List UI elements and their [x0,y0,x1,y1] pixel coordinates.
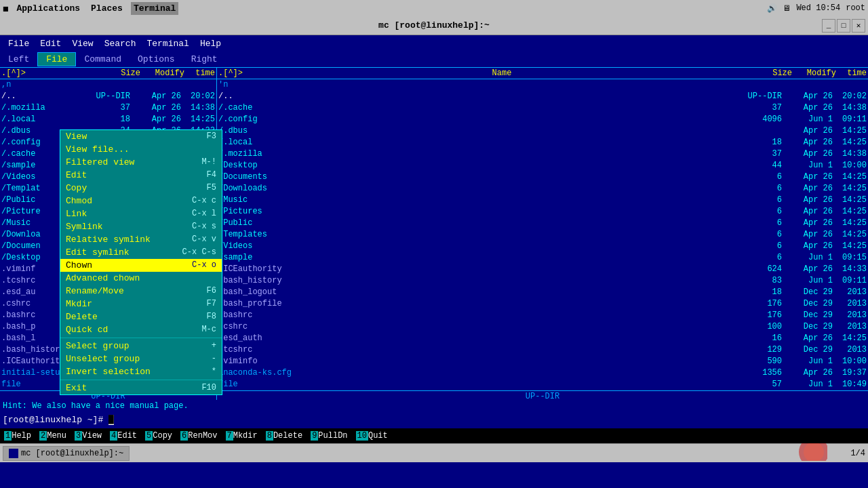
cursor-block: █ [108,415,114,425]
list-item[interactable]: /Pictures6Apr 2614:25 [217,206,868,218]
tab-options[interactable]: Options [130,53,183,66]
fkey-4[interactable]: 4Edit [106,430,141,442]
list-item[interactable]: .bash_profile176Dec 292013 [217,298,868,310]
right-header-time: time [836,68,867,78]
list-item[interactable]: /Desktop44Jun 110:00 [217,160,868,171]
list-item[interactable]: /.cache37Apr 2614:38 [217,102,868,114]
list-item[interactable]: .bash_logout18Dec 292013 [217,287,868,298]
close-button[interactable]: ✕ [852,19,865,33]
menu-item-exit[interactable]: ExitF10 [60,382,222,394]
svg-point-1 [804,443,824,461]
menu-file[interactable]: File [3,37,35,50]
cmd-prompt: [root@linuxhelp ~]# [3,415,108,425]
fkey-9[interactable]: 9PullDn [307,430,351,442]
volume-icon[interactable]: 🔊 [767,3,777,14]
tab-right[interactable]: Right [183,53,226,66]
menu-search[interactable]: Search [99,37,142,50]
command-line[interactable]: [root@linuxhelp ~]# █ [0,413,868,428]
list-item[interactable]: /Music6Apr 2614:25 [217,195,868,206]
menu-item-copy[interactable]: CopyF5 [60,182,222,195]
right-header-size: Size [751,68,792,78]
minimize-button[interactable]: _ [822,19,835,33]
menu-help[interactable]: Help [195,37,226,50]
menu-item-edit[interactable]: EditF4 [60,169,222,182]
right-header-bracket: .[^]> [218,68,252,78]
list-item[interactable]: .cshrc100Dec 292013 [217,321,868,333]
list-item[interactable]: anaconda-ks.cfg1356Apr 2619:37 [217,367,868,379]
list-item[interactable]: /.dbusApr 2614:25 [217,125,868,137]
menu-item-advanced-chown[interactable]: Advanced chown [60,272,222,285]
fkey-7[interactable]: 7Mkdir [222,430,262,442]
list-item[interactable]: /..UP--DIRApr 2620:02 [217,91,868,102]
list-item[interactable]: /.local18Apr 2614:25 [0,114,216,125]
datetime-display: Wed 10:54 [796,3,840,13]
fkey-bar: 1Help2Menu3View4Edit5Copy6RenMov7Mkdir8D… [0,428,868,443]
menu-edit[interactable]: Edit [35,37,66,50]
menu-item-relative-symlink[interactable]: Relative symlinkC-x v [60,233,222,246]
menu-bar: File Edit View Search Terminal Help [0,35,868,52]
fkey-1[interactable]: 1Help [0,430,35,442]
menu-item-select-group[interactable]: Select group+ [60,340,222,352]
menu-item-chmod[interactable]: ChmodC-x c [60,195,222,207]
list-item[interactable]: /Documents6Apr 2614:25 [217,171,868,183]
menu-item-view[interactable]: ViewF3 [60,130,222,143]
fkey-10[interactable]: 10Quit [352,430,392,442]
menu-item-invert-selection[interactable]: Invert selection* [60,365,222,378]
menu-item-symlink[interactable]: SymlinkC-x s [60,220,222,233]
left-panel-header: .[^]> Size Modify time [0,68,216,79]
menu-item-filtered-view[interactable]: Filtered viewM-! [60,156,222,169]
applications-menu[interactable]: Applications [14,2,83,15]
window-title: mc [root@linuxhelp]:~ [378,20,490,30]
hint-bar: Hint: We also have a nice manual page. [0,400,868,413]
left-header-modify: Modify [140,68,184,78]
menu-item-delete[interactable]: DeleteF8 [60,310,222,323]
tab-file[interactable]: File [37,52,76,66]
fkey-3[interactable]: 3View [71,430,106,442]
list-item[interactable]: /.mozilla37Apr 2614:38 [217,148,868,160]
dropdown-items: ViewF3View file...Filtered viewM-!EditF4… [60,130,222,394]
fkey-6[interactable]: 6RenMov [176,430,221,442]
list-item[interactable]: /Videos6Apr 2614:25 [217,241,868,252]
list-item[interactable]: /sample6Jun 109:15 [217,252,868,264]
menu-view[interactable]: View [66,37,98,50]
menu-item-edit-symlink[interactable]: Edit symlinkC-x C-s [60,246,222,259]
menu-item-chown[interactable]: ChownC-x o [60,259,222,272]
tab-left[interactable]: Left [0,53,37,66]
list-item[interactable]: /Downloads6Apr 2614:25 [217,183,868,195]
menu-item-link[interactable]: LinkC-x l [60,207,222,220]
menu-terminal[interactable]: Terminal [141,37,194,50]
list-item[interactable]: /..UP--DIRApr 2620:02 [0,91,216,102]
menu-item-mkdir[interactable]: MkdirF7 [60,298,222,310]
list-item[interactable]: .bash_history83Jun 109:11 [217,275,868,287]
menu-item-view-file[interactable]: View file... [60,143,222,156]
list-item[interactable]: 'n [217,79,868,91]
menu-item-quick-cd[interactable]: Quick cdM-c [60,323,222,336]
list-item[interactable]: /.local18Apr 2614:25 [217,137,868,148]
tab-command[interactable]: Command [76,53,130,66]
menu-item-renamemove[interactable]: Rename/MoveF6 [60,285,222,298]
right-header-name: Name [252,68,751,78]
list-item[interactable]: .ICEauthority624Apr 2614:33 [217,264,868,275]
list-item[interactable]: .bashrc176Dec 292013 [217,310,868,321]
maximize-button[interactable]: □ [837,19,850,33]
list-item[interactable]: /Templates6Apr 2614:25 [217,229,868,241]
list-item[interactable]: /.mozilla37Apr 2614:38 [0,102,216,114]
list-item[interactable]: .tcshrc129Dec 292013 [217,344,868,356]
fkey-8[interactable]: 8Delete [262,430,307,442]
list-item[interactable]: .viminfo590Jun 110:00 [217,356,868,367]
list-item[interactable]: .esd_auth16Apr 2614:25 [217,333,868,344]
terminal-menu[interactable]: Terminal [131,2,178,15]
task-mc[interactable]: mc [root@linuxhelp]:~ [3,446,130,461]
left-header-time: time [184,68,215,78]
fkey-2[interactable]: 2Menu [35,430,71,442]
right-header-modify: Modify [792,68,836,78]
fkey-5[interactable]: 5Copy [141,430,176,442]
menu-item-unselect-group[interactable]: Unselect group- [60,352,222,365]
list-item[interactable]: /.config4096Jun 109:11 [217,114,868,125]
list-item[interactable]: file57Jun 110:49 [217,379,868,390]
places-menu[interactable]: Places [88,2,125,15]
list-item[interactable]: ,n [0,79,216,91]
list-item[interactable]: /Public6Apr 2614:25 [217,218,868,229]
file-menu-dropdown[interactable]: ViewF3View file...Filtered viewM-!EditF4… [60,129,222,395]
left-header-size: Size [100,68,140,78]
